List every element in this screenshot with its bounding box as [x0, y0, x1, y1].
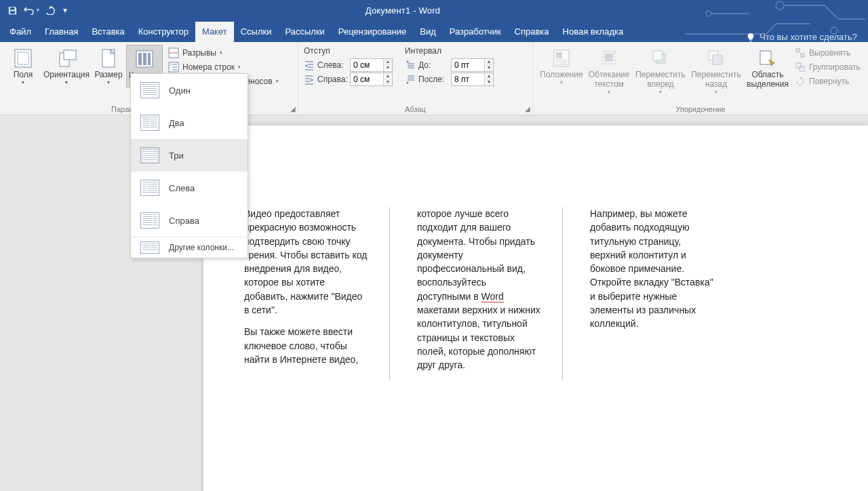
- spacing-before-label: До:: [418, 60, 448, 70]
- spacing-before-input[interactable]: [452, 60, 484, 70]
- indent-left-input[interactable]: [351, 60, 383, 70]
- svg-rect-12: [143, 53, 146, 65]
- orientation-button[interactable]: Ориентация▼: [42, 45, 91, 86]
- document-column-1: Видео предоставляет прекрасную возможнос…: [244, 207, 390, 380]
- svg-rect-27: [796, 49, 800, 52]
- ribbon-tabs: Файл Главная Вставка Конструктор Макет С…: [0, 20, 868, 42]
- indent-right-spinner[interactable]: ▲▼: [350, 73, 393, 86]
- spacing-after-spinner[interactable]: ▲▼: [451, 73, 494, 86]
- indent-right-icon: [304, 74, 315, 85]
- tab-developer[interactable]: Разработчик: [443, 22, 508, 42]
- svg-rect-28: [801, 54, 804, 57]
- svg-rect-11: [138, 53, 142, 65]
- selection-pane-button[interactable]: Область выделения: [745, 45, 791, 92]
- tab-new[interactable]: Новая вкладка: [556, 22, 631, 42]
- tab-review[interactable]: Рецензирование: [332, 22, 413, 42]
- quick-access-toolbar: ▾ ▾: [0, 2, 73, 18]
- spacing-after-label: После:: [418, 75, 448, 84]
- tab-file[interactable]: Файл: [3, 22, 38, 42]
- svg-rect-21: [606, 54, 612, 61]
- undo-icon[interactable]: ▾: [23, 2, 39, 18]
- redo-icon[interactable]: [42, 2, 58, 18]
- align-button[interactable]: Выровнять: [793, 46, 862, 60]
- svg-rect-3: [9, 7, 14, 9]
- svg-point-1: [776, 1, 784, 9]
- breaks-button[interactable]: Разрывы ▾: [167, 46, 280, 60]
- spacing-after-icon: [405, 74, 416, 85]
- paragraph-launcher-icon[interactable]: ◢: [525, 105, 530, 113]
- doc-text[interactable]: Вы также можете ввести ключевое слово, ч…: [244, 325, 369, 366]
- size-button[interactable]: Размер▼: [92, 45, 125, 86]
- group-paragraph: Отступ Слева: ▲▼ Справа: ▲▼ Интервал До:: [298, 42, 533, 115]
- group-arrange-label: Упорядочение: [538, 104, 863, 115]
- qat-customize-icon[interactable]: ▾: [61, 2, 69, 18]
- columns-option-three[interactable]: Три: [131, 139, 248, 172]
- svg-rect-20: [556, 52, 562, 58]
- bring-forward-button[interactable]: Переместить вперед▼: [633, 45, 688, 96]
- tab-view[interactable]: Вид: [413, 22, 443, 42]
- svg-text:1: 1: [170, 62, 172, 66]
- columns-option-two[interactable]: Два: [131, 106, 248, 139]
- doc-text[interactable]: Например, вы можете добавить подходящую …: [590, 207, 715, 331]
- title-bar: ▾ ▾ Документ1 - Word: [0, 0, 868, 20]
- tab-insert[interactable]: Вставка: [85, 22, 131, 42]
- indent-left-spinner[interactable]: ▲▼: [350, 58, 393, 72]
- svg-rect-29: [796, 63, 801, 68]
- svg-rect-13: [148, 53, 151, 65]
- spacing-after-input[interactable]: [452, 75, 484, 84]
- line-numbers-button[interactable]: 1Номера строк ▾: [167, 60, 280, 74]
- document-column-2: которое лучше всего подходит для вашего …: [417, 207, 563, 380]
- group-arrange: Положение▼ Обтекание текстом▼ Переместит…: [533, 42, 868, 115]
- send-backward-button[interactable]: Переместить назад▼: [689, 45, 743, 96]
- save-icon[interactable]: [4, 2, 20, 18]
- indent-heading: Отступ: [304, 46, 393, 56]
- spacing-heading: Интервал: [405, 46, 494, 56]
- columns-dropdown: Один Два Три Слева Справа Другие колонки…: [130, 73, 248, 258]
- document-column-3: Например, вы можете добавить подходящую …: [590, 207, 736, 380]
- spellcheck-underline[interactable]: Word: [481, 291, 504, 302]
- position-button[interactable]: Положение▼: [538, 45, 585, 86]
- indent-right-input[interactable]: [351, 75, 383, 84]
- tab-layout[interactable]: Макет: [195, 22, 234, 42]
- tab-home[interactable]: Главная: [38, 22, 85, 42]
- page-setup-launcher-icon[interactable]: ◢: [290, 105, 296, 113]
- columns-option-left[interactable]: Слева: [131, 172, 248, 204]
- margins-button[interactable]: Поля▼: [5, 45, 41, 86]
- columns-option-right[interactable]: Справа: [131, 204, 248, 237]
- document-columns: Видео предоставляет прекрасную возможнос…: [244, 207, 841, 380]
- group-paragraph-label: Абзац: [304, 104, 527, 115]
- rotate-button[interactable]: Повернуть: [793, 75, 862, 88]
- svg-rect-26: [760, 51, 771, 64]
- tell-me-placeholder: Что вы хотите сделать?: [760, 32, 857, 42]
- tab-mailings[interactable]: Рассылки: [278, 22, 331, 42]
- wrap-text-button[interactable]: Обтекание текстом▼: [586, 45, 632, 96]
- svg-rect-23: [653, 51, 663, 60]
- svg-rect-8: [64, 50, 76, 60]
- svg-rect-4: [9, 11, 15, 14]
- columns-option-one[interactable]: Один: [131, 74, 248, 106]
- svg-rect-25: [713, 55, 722, 64]
- indent-left-icon: [304, 60, 315, 71]
- columns-option-more[interactable]: Другие колонки...: [131, 237, 248, 258]
- group-button[interactable]: Группировать: [793, 60, 862, 74]
- lightbulb-icon: [746, 33, 755, 42]
- document-page[interactable]: Видео предоставляет прекрасную возможнос…: [203, 125, 868, 491]
- spacing-before-spinner[interactable]: ▲▼: [451, 58, 494, 72]
- svg-rect-30: [800, 66, 804, 71]
- doc-text[interactable]: которое лучше всего подходит для вашего …: [417, 207, 542, 372]
- indent-right-label: Справа:: [317, 75, 347, 84]
- window-title: Документ1 - Word: [73, 5, 732, 16]
- spacing-before-icon: [405, 60, 416, 71]
- tab-references[interactable]: Ссылки: [234, 22, 279, 42]
- tab-design[interactable]: Конструктор: [132, 22, 195, 42]
- tell-me-search[interactable]: Что вы хотите сделать?: [738, 32, 865, 42]
- indent-left-label: Слева:: [317, 60, 347, 70]
- tab-help[interactable]: Справка: [508, 22, 556, 42]
- doc-text[interactable]: Видео предоставляет прекрасную возможнос…: [244, 207, 369, 317]
